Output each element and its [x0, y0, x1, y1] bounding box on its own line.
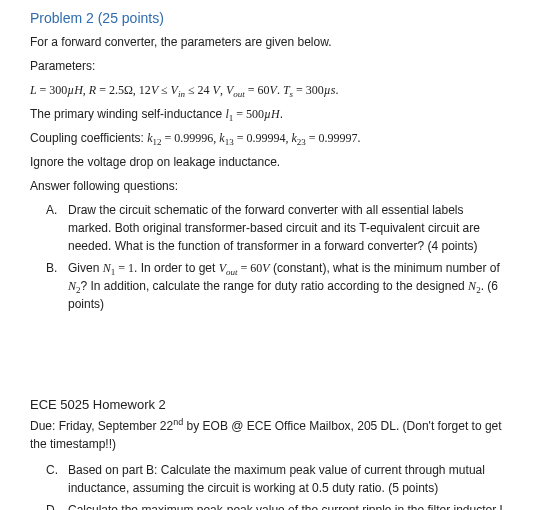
marker-d: D.	[46, 501, 66, 511]
ignore-line: Ignore the voltage drop on leakage induc…	[30, 153, 510, 171]
due-line: Due: Friday, September 22nd by EOB @ ECE…	[30, 417, 510, 453]
parameters-label: Parameters:	[30, 57, 510, 75]
parameters-line: L = 300µH, R = 2.5Ω, 12V ≤ Vin ≤ 24 V, V…	[30, 81, 510, 99]
question-b: B. Given N1 = 1. In order to get Vout = …	[68, 259, 510, 313]
answer-following: Answer following questions:	[30, 177, 510, 195]
course-title: ECE 5025 Homework 2	[30, 395, 510, 415]
coupling-line: Coupling coefficients: k12 = 0.99996, k1…	[30, 129, 510, 147]
question-c: C. Based on part B: Calculate the maximu…	[68, 461, 510, 497]
question-d-text: Calculate the maximum peak-peak value of…	[68, 503, 510, 511]
marker-b: B.	[46, 259, 66, 277]
page-gap	[30, 317, 510, 395]
self-inductance-line: The primary winding self-inductance l1 =…	[30, 105, 510, 123]
marker-c: C.	[46, 461, 66, 479]
page: Problem 2 (25 points) For a forward conv…	[0, 0, 540, 510]
question-list-bottom: C. Based on part B: Calculate the maximu…	[30, 461, 510, 511]
problem-title: Problem 2 (25 points)	[30, 8, 510, 29]
question-a-text: Draw the circuit schematic of the forwar…	[68, 203, 480, 253]
question-a: A. Draw the circuit schematic of the for…	[68, 201, 510, 255]
question-d: D. Calculate the maximum peak-peak value…	[68, 501, 510, 511]
question-list-top: A. Draw the circuit schematic of the for…	[30, 201, 510, 313]
marker-a: A.	[46, 201, 66, 219]
question-b-text: Given N1 = 1. In order to get Vout = 60V…	[68, 261, 500, 311]
question-c-text: Based on part B: Calculate the maximum p…	[68, 463, 485, 495]
intro-text: For a forward converter, the parameters …	[30, 33, 510, 51]
